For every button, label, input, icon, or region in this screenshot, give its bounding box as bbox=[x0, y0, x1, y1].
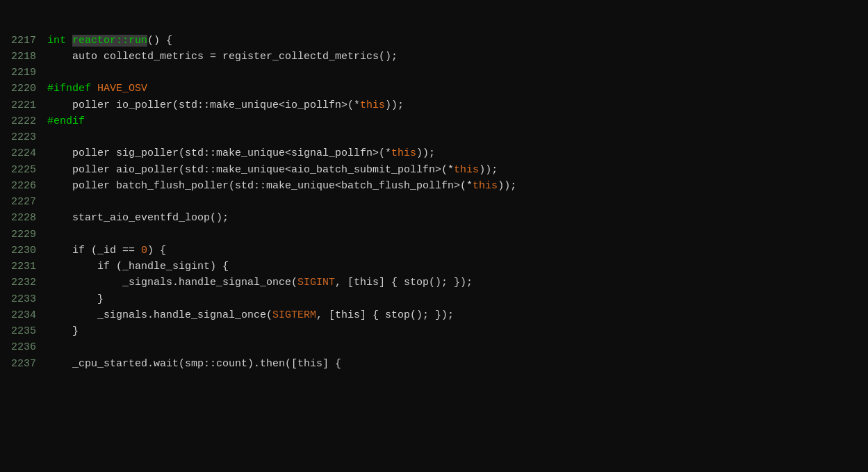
code-token: if (_id == bbox=[47, 245, 141, 257]
code-token: start_aio_eventfd_loop(); bbox=[47, 212, 229, 224]
line-code bbox=[47, 129, 868, 145]
code-token: _signals.handle_signal_once( bbox=[47, 277, 297, 288]
code-token: , [this] { stop(); }); bbox=[316, 309, 454, 321]
code-token: )); bbox=[498, 180, 516, 192]
line-code: if (_id == 0) { bbox=[47, 243, 868, 259]
code-token: poller aio_poller(std::make_unique<aio_b… bbox=[47, 164, 454, 176]
line-code: poller sig_poller(std::make_unique<signa… bbox=[47, 145, 868, 161]
line-code bbox=[47, 194, 868, 210]
line-code: poller aio_poller(std::make_unique<aio_b… bbox=[47, 162, 868, 178]
line-number: 2218 bbox=[6, 49, 47, 65]
line-code bbox=[47, 339, 868, 355]
line-code bbox=[47, 65, 868, 81]
code-token: SIGTERM bbox=[272, 309, 316, 321]
line-number: 2232 bbox=[6, 275, 47, 291]
code-token: )); bbox=[385, 99, 404, 111]
line-number: 2233 bbox=[6, 291, 47, 307]
code-line: 2228 start_aio_eventfd_loop(); bbox=[6, 210, 868, 226]
code-content: 2217int reactor::run() {2218 auto collec… bbox=[0, 0, 868, 472]
code-line: 2219 bbox=[6, 65, 868, 81]
code-token: } bbox=[47, 293, 104, 305]
code-line: 2223 bbox=[6, 129, 868, 145]
line-code: } bbox=[47, 291, 868, 307]
line-number: 2226 bbox=[6, 178, 47, 194]
line-number: 2229 bbox=[6, 227, 47, 243]
code-token: )); bbox=[416, 147, 435, 159]
code-token: ) { bbox=[147, 245, 166, 257]
code-token: _cpu_started.wait(smp::count).then([this… bbox=[47, 358, 341, 370]
code-line: 2218 auto collectd_metrics = register_co… bbox=[6, 49, 868, 65]
line-code: _cpu_started.wait(smp::count).then([this… bbox=[47, 356, 868, 372]
code-line: 2225 poller aio_poller(std::make_unique<… bbox=[6, 162, 868, 178]
line-number: 2234 bbox=[6, 307, 47, 323]
code-line: 2224 poller sig_poller(std::make_unique<… bbox=[6, 145, 868, 161]
code-token: #ifndef bbox=[47, 83, 97, 95]
code-line: 2233 } bbox=[6, 291, 868, 307]
line-code: #endif bbox=[47, 113, 868, 129]
line-code: if (_handle_sigint) { bbox=[47, 259, 868, 275]
code-token: int bbox=[47, 35, 72, 47]
code-line: 2220#ifndef HAVE_OSV bbox=[6, 81, 868, 97]
line-code: _signals.handle_signal_once(SIGINT, [thi… bbox=[47, 275, 868, 291]
line-code: auto collectd_metrics = register_collect… bbox=[47, 49, 868, 65]
line-number: 2225 bbox=[6, 162, 47, 178]
line-number: 2220 bbox=[6, 81, 47, 97]
code-line: 2235 } bbox=[6, 323, 868, 339]
line-number: 2231 bbox=[6, 259, 47, 275]
line-code bbox=[47, 227, 868, 243]
code-token: this bbox=[391, 147, 416, 159]
code-line: 2231 if (_handle_sigint) { bbox=[6, 259, 868, 275]
code-token: HAVE_OSV bbox=[97, 83, 147, 95]
code-token: )); bbox=[479, 164, 498, 176]
code-token: this bbox=[473, 180, 498, 192]
line-number: 2227 bbox=[6, 194, 47, 210]
code-token: () { bbox=[147, 35, 172, 47]
line-code: } bbox=[47, 323, 868, 339]
code-line: 2237 _cpu_started.wait(smp::count).then(… bbox=[6, 356, 868, 372]
code-token: poller batch_flush_poller(std::make_uniq… bbox=[47, 180, 473, 192]
code-line: 2234 _signals.handle_signal_once(SIGTERM… bbox=[6, 307, 868, 323]
code-token: #endif bbox=[47, 115, 85, 127]
line-number: 2223 bbox=[6, 129, 47, 145]
line-code: poller batch_flush_poller(std::make_uniq… bbox=[47, 178, 868, 194]
code-token: this bbox=[454, 164, 479, 176]
code-line: 2236 bbox=[6, 339, 868, 355]
line-number: 2235 bbox=[6, 323, 47, 339]
line-code: start_aio_eventfd_loop(); bbox=[47, 210, 868, 226]
line-number: 2236 bbox=[6, 339, 47, 355]
code-editor: 2217int reactor::run() {2218 auto collec… bbox=[0, 0, 868, 472]
code-line: 2227 bbox=[6, 194, 868, 210]
line-number: 2237 bbox=[6, 356, 47, 372]
code-token: this bbox=[360, 99, 385, 111]
line-number: 2217 bbox=[6, 33, 47, 49]
code-token: reactor::run bbox=[72, 35, 147, 47]
line-code: _signals.handle_signal_once(SIGTERM, [th… bbox=[47, 307, 868, 323]
line-number: 2224 bbox=[6, 145, 47, 161]
line-code: int reactor::run() { bbox=[47, 33, 868, 49]
code-token: } bbox=[47, 325, 79, 337]
code-token: _signals.handle_signal_once( bbox=[47, 309, 272, 321]
code-token: if (_handle_sigint) { bbox=[47, 261, 229, 272]
line-number: 2221 bbox=[6, 97, 47, 113]
line-number: 2222 bbox=[6, 113, 47, 129]
line-number: 2219 bbox=[6, 65, 47, 81]
code-token: poller sig_poller(std::make_unique<signa… bbox=[47, 147, 391, 159]
code-token: 0 bbox=[141, 245, 147, 257]
line-code: #ifndef HAVE_OSV bbox=[47, 81, 868, 97]
code-line: 2229 bbox=[6, 227, 868, 243]
code-token: SIGINT bbox=[297, 277, 335, 288]
line-number: 2228 bbox=[6, 210, 47, 226]
line-number: 2230 bbox=[6, 243, 47, 259]
code-line: 2232 _signals.handle_signal_once(SIGINT,… bbox=[6, 275, 868, 291]
code-line: 2221 poller io_poller(std::make_unique<i… bbox=[6, 97, 868, 113]
code-line: 2222#endif bbox=[6, 113, 868, 129]
code-line: 2230 if (_id == 0) { bbox=[6, 243, 868, 259]
code-line: 2217int reactor::run() { bbox=[6, 33, 868, 49]
line-code: poller io_poller(std::make_unique<io_pol… bbox=[47, 97, 868, 113]
code-token: auto collectd_metrics = register_collect… bbox=[47, 51, 398, 63]
code-token: , [this] { stop(); }); bbox=[335, 277, 473, 288]
code-token: poller io_poller(std::make_unique<io_pol… bbox=[47, 99, 360, 111]
code-line: 2226 poller batch_flush_poller(std::make… bbox=[6, 178, 868, 194]
